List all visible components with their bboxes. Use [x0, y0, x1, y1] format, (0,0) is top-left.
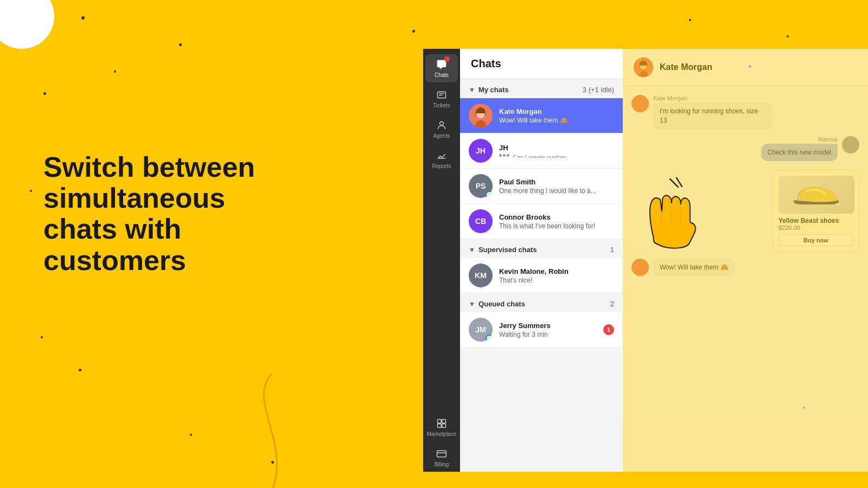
message-row-1: Kate Morgan I'm looking for running shoe…	[631, 95, 859, 130]
paul-smith-info: Paul Smith One more thing I would like t…	[499, 178, 614, 195]
queued-chats-section-header[interactable]: ▼ Queued chats 2	[460, 293, 623, 312]
avatar-msg-kate	[631, 95, 649, 112]
chat-item-jh[interactable]: JH JH Can I create custom...	[460, 133, 623, 169]
dot-deco	[412, 30, 415, 33]
dot-deco	[114, 70, 116, 73]
main-headline: Switch between simultaneous chats with c…	[43, 152, 255, 276]
jerry-summers-info: Jerry Summers Waiting for 3 min	[499, 322, 597, 338]
agents-icon	[436, 119, 448, 131]
left-content: Switch between simultaneous chats with c…	[43, 152, 255, 276]
product-price: $220.00	[778, 224, 853, 231]
jh-info: JH Can I create custom...	[499, 144, 614, 158]
my-chats-chevron: ▼	[469, 86, 475, 94]
kate-morgan-preview: Wow! Will take them 🙈	[499, 117, 614, 124]
kevin-robin-info: Kevin Malone, Robin That's nice!	[499, 267, 614, 284]
message-block-2: Marcus Check this new model	[761, 136, 838, 162]
buy-now-button[interactable]: Buy now	[778, 234, 853, 246]
chats-icon	[436, 59, 448, 70]
svg-point-6	[440, 121, 444, 125]
marketplace-icon	[436, 418, 448, 429]
message-row-3: Wow! Will take them 🙈	[631, 259, 859, 277]
jerry-summers-preview: Waiting for 3 min	[499, 331, 597, 338]
paul-smith-preview: One more thing I would like to a...	[499, 187, 614, 195]
chat-item-jerry-summers[interactable]: JM Jerry Summers Waiting for 3 min 1	[460, 312, 623, 348]
bubble-2: Check this new model	[761, 144, 838, 162]
jerry-summers-name: Jerry Summers	[499, 322, 597, 330]
sidebar-item-chats[interactable]: Chats	[425, 54, 458, 82]
svg-rect-7	[438, 420, 442, 423]
chat-list-body: ▼ My chats 3 (+1 idle)	[460, 79, 623, 472]
kate-morgan-name: Kate Morgan	[499, 107, 614, 115]
dot-deco	[41, 336, 43, 338]
queued-chats-title: Queued chats	[478, 300, 607, 308]
kate-morgan-info: Kate Morgan Wow! Will take them 🙈	[499, 107, 614, 124]
sidebar-item-marketplace-label: Marketplace	[427, 431, 456, 437]
dot-deco	[787, 35, 789, 37]
messenger-badge	[486, 191, 493, 198]
svg-line-1	[676, 178, 682, 187]
bubble-3: Wow! Will take them 🙈	[653, 259, 735, 277]
sidebar-item-agents-label: Agents	[433, 133, 450, 139]
my-chats-count: 3 (+1 idle)	[583, 86, 614, 94]
kevin-robin-preview: That's nice!	[499, 277, 614, 284]
chat-item-kate-morgan[interactable]: Kate Morgan Wow! Will take them 🙈	[460, 98, 623, 133]
sidebar-item-billing-label: Billing	[435, 461, 449, 467]
my-chats-section-header[interactable]: ▼ My chats 3 (+1 idle)	[460, 79, 623, 98]
app-container: Chats Tickets Agents	[423, 49, 868, 472]
supervised-chats-count: 1	[610, 246, 614, 254]
connor-brooks-name: Connor Brooks	[499, 213, 614, 221]
kevin-robin-name: Kevin Malone, Robin	[499, 267, 614, 275]
avatar-msg-kate-2	[631, 259, 649, 276]
sender-name-kate: Kate Morgan	[653, 95, 773, 101]
message-block-3: Wow! Will take them 🙈	[653, 259, 735, 277]
dot-deco	[81, 16, 85, 20]
reports-icon	[436, 150, 448, 162]
svg-rect-10	[442, 424, 446, 428]
sidebar-item-marketplace[interactable]: Marketplace	[425, 413, 458, 441]
dot-deco	[79, 369, 81, 371]
svg-rect-5	[438, 92, 446, 98]
connor-brooks-info: Connor Brooks This is what I've been loo…	[499, 213, 614, 230]
chat-list-header: Chats	[460, 49, 623, 79]
svg-rect-11	[437, 451, 446, 457]
chat-list-panel: Chats ▼ My chats 3 (+1 idle)	[460, 49, 623, 472]
tickets-icon	[436, 89, 448, 101]
svg-line-4	[680, 210, 681, 222]
connor-brooks-preview: This is what I've been looking for!	[499, 222, 614, 230]
billing-icon	[436, 448, 448, 460]
sidebar-item-tickets[interactable]: Tickets	[425, 85, 458, 113]
supervised-chats-title: Supervised chats	[478, 246, 607, 254]
supervised-chats-chevron: ▼	[469, 246, 475, 254]
supervised-chats-section-header[interactable]: ▼ Supervised chats 1	[460, 239, 623, 258]
sidebar-item-agents[interactable]: Agents	[425, 115, 458, 143]
sidebar-item-billing[interactable]: Billing	[425, 444, 458, 472]
bubble-1: I'm looking for running shoes, size 13	[653, 102, 773, 130]
paul-smith-name: Paul Smith	[499, 178, 614, 186]
sidebar-item-reports-label: Reports	[432, 163, 451, 169]
chat-item-kevin-robin[interactable]: KM Kevin Malone, Robin That's nice!	[460, 258, 623, 293]
sender-name-marcus: Marcus	[761, 136, 838, 143]
queued-chats-count: 2	[610, 300, 614, 308]
chat-detail-body: Kate Morgan I'm looking for running shoe…	[623, 86, 868, 472]
product-name: Yellow Beast shoes	[778, 217, 853, 224]
dot-deco	[43, 92, 46, 95]
dot-deco	[30, 190, 32, 192]
svg-rect-9	[438, 424, 442, 428]
jerry-waiting-badge: 1	[603, 324, 614, 335]
chat-item-paul-smith[interactable]: PS Paul Smith One more thing I would lik…	[460, 169, 623, 204]
deco-curve	[217, 363, 326, 488]
hand-illustration	[637, 174, 713, 249]
product-card: Yellow Beast shoes $220.00 Buy now	[773, 170, 859, 252]
chat-list-title: Chats	[471, 57, 612, 70]
chats-badge	[444, 56, 450, 62]
sidebar: Chats Tickets Agents	[423, 49, 460, 472]
avatar-kate-morgan	[469, 104, 493, 127]
dot-deco	[689, 19, 691, 21]
product-image	[778, 176, 854, 214]
svg-line-3	[671, 209, 672, 222]
avatar-kevin-robin: KM	[469, 264, 493, 287]
message-row-2: Marcus Check this new model	[631, 136, 859, 162]
chat-item-connor-brooks[interactable]: CB Connor Brooks This is what I've been …	[460, 204, 623, 239]
svg-line-0	[670, 179, 678, 187]
sidebar-item-reports[interactable]: Reports	[425, 145, 458, 174]
